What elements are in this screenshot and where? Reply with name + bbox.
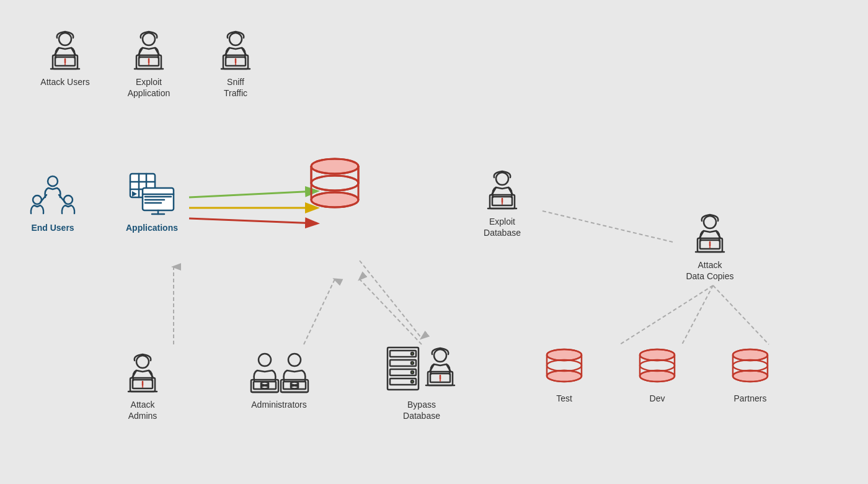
svg-point-78 <box>136 356 149 368</box>
sniff-traffic-icon <box>214 28 257 71</box>
svg-point-84 <box>142 386 143 387</box>
svg-point-110 <box>411 380 414 383</box>
node-applications: ♪ Applications <box>115 171 189 233</box>
svg-line-10 <box>360 261 422 338</box>
svg-point-111 <box>434 349 446 362</box>
svg-point-70 <box>704 216 716 228</box>
node-attack-admins: AttackAdmins <box>108 351 177 421</box>
end-users-label: End Users <box>31 222 74 233</box>
node-test: Test <box>539 347 589 404</box>
attack-users-label: Attack Users <box>40 76 89 87</box>
bypass-database-label: BypassDatabase <box>403 399 440 421</box>
attack-admins-label: AttackAdmins <box>128 399 157 421</box>
svg-point-76 <box>709 246 711 248</box>
sniff-traffic-label: SniffTraffic <box>224 76 247 99</box>
svg-point-19 <box>143 33 155 45</box>
svg-line-5 <box>360 279 422 344</box>
node-bypass-database: BypassDatabase <box>381 344 462 421</box>
attack-users-icon <box>43 28 87 71</box>
svg-point-33 <box>235 63 236 65</box>
node-dev: Dev <box>632 347 682 404</box>
applications-label: Applications <box>126 222 178 233</box>
test-db-icon <box>541 347 588 388</box>
diagram: Attack Users ExploitApplication <box>0 0 868 484</box>
svg-point-132 <box>640 360 675 371</box>
node-attack-users: Attack Users <box>34 28 96 87</box>
svg-point-107 <box>411 352 414 355</box>
node-exploit-database: ExploitDatabase <box>462 168 542 238</box>
svg-point-108 <box>411 362 414 364</box>
svg-point-61 <box>311 176 358 190</box>
attack-admins-icon <box>121 351 164 394</box>
svg-point-109 <box>411 371 414 374</box>
svg-point-11 <box>59 33 71 45</box>
dev-db-icon <box>634 347 681 388</box>
svg-point-125 <box>547 360 582 371</box>
svg-line-2 <box>189 218 316 223</box>
svg-line-8 <box>682 285 713 344</box>
svg-line-7 <box>620 285 713 344</box>
node-end-users: End Users <box>19 174 87 233</box>
svg-point-35 <box>48 176 58 186</box>
svg-point-68 <box>502 203 503 204</box>
database-icon <box>304 155 366 223</box>
svg-point-97 <box>291 382 298 385</box>
svg-point-139 <box>733 360 768 371</box>
node-exploit-application: ExploitApplication <box>115 28 183 99</box>
svg-point-89 <box>261 382 268 385</box>
svg-point-17 <box>64 63 66 65</box>
svg-point-117 <box>440 380 441 381</box>
svg-line-4 <box>304 279 335 344</box>
exploit-database-label: ExploitDatabase <box>484 216 521 238</box>
dev-label: Dev <box>650 393 665 404</box>
administrators-icon <box>239 351 319 394</box>
svg-point-86 <box>259 354 271 366</box>
exploit-application-icon <box>127 28 170 71</box>
applications-icon: ♪ <box>127 171 177 217</box>
svg-point-25 <box>148 63 149 65</box>
exploit-application-label: ExploitApplication <box>128 76 170 99</box>
svg-point-100 <box>291 386 298 389</box>
svg-line-6 <box>542 211 673 242</box>
administrators-label: Administrators <box>251 399 306 410</box>
end-users-icon <box>28 174 78 217</box>
svg-point-94 <box>288 354 301 366</box>
svg-point-92 <box>261 386 268 389</box>
node-attack-data-copies: AttackData Copies <box>673 211 747 282</box>
node-administrators: Administrators <box>236 351 322 410</box>
node-database <box>304 155 366 228</box>
exploit-database-icon <box>480 168 524 211</box>
test-label: Test <box>556 393 572 404</box>
partners-label: Partners <box>734 393 767 404</box>
bypass-database-icon <box>384 344 459 394</box>
attack-data-copies-icon <box>688 211 732 254</box>
node-sniff-traffic: SniffTraffic <box>205 28 267 99</box>
svg-point-62 <box>496 173 508 185</box>
node-partners: Partners <box>725 347 775 404</box>
svg-point-27 <box>229 33 242 45</box>
svg-line-0 <box>189 191 316 197</box>
partners-db-icon <box>727 347 774 388</box>
attack-data-copies-label: AttackData Copies <box>686 259 733 282</box>
svg-line-9 <box>713 285 769 344</box>
